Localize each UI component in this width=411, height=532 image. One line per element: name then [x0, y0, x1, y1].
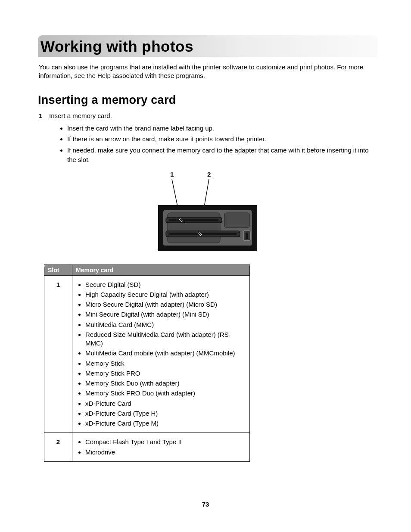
slot-diagram-svg: 1 2 — [158, 171, 257, 252]
list-item: Memory Stick Duo (with adapter) — [85, 379, 246, 388]
bullet-item: If needed, make sure you connect the mem… — [67, 146, 377, 165]
list-item: Mini Secure Digital (with adapter) (Mini… — [85, 310, 246, 319]
table-header-card: Memory card — [72, 264, 250, 275]
list-item: Compact Flash Type I and Type II — [85, 438, 246, 446]
list-item: Secure Digital (SD) — [85, 280, 246, 289]
slot-number: 2 — [44, 433, 72, 462]
table-row: 2 Compact Flash Type I and Type II Micro… — [44, 433, 250, 462]
bullet-item: Insert the card with the brand name labe… — [67, 124, 377, 133]
list-item: xD-Picture Card (Type M) — [85, 419, 246, 428]
steps-list: 1 Insert a memory card. Insert the card … — [38, 111, 377, 165]
step-number: 1 — [39, 111, 42, 120]
slot-cards: Secure Digital (SD) High Capacity Secure… — [72, 275, 250, 433]
section-heading: Inserting a memory card — [38, 93, 377, 107]
svg-rect-11 — [246, 233, 248, 239]
memory-card-table: Slot Memory card 1 Secure Digital (SD) H… — [44, 264, 250, 462]
step-1: 1 Insert a memory card. Insert the card … — [38, 111, 377, 165]
diagram-label-1: 1 — [170, 171, 174, 178]
page-number: 73 — [0, 501, 411, 508]
slot-diagram: 1 2 — [38, 171, 377, 254]
svg-rect-9 — [224, 213, 249, 227]
slot-cards: Compact Flash Type I and Type II Microdr… — [72, 433, 250, 462]
list-item: Microdrive — [85, 448, 246, 457]
list-item: xD-Picture Card (Type H) — [85, 409, 246, 418]
list-item: High Capacity Secure Digital (with adapt… — [85, 290, 246, 299]
list-item: MultiMedia Card mobile (with adapter) (M… — [85, 349, 246, 358]
list-item: MultiMedia Card (MMC) — [85, 320, 246, 329]
list-item: Memory Stick PRO — [85, 369, 246, 378]
svg-rect-6 — [169, 219, 218, 221]
table-header-row: Slot Memory card — [44, 264, 250, 275]
page-title: Working with photos — [40, 38, 373, 55]
svg-rect-8 — [169, 233, 237, 235]
table-header-slot: Slot — [44, 264, 72, 275]
intro-paragraph: You can also use the programs that are i… — [39, 63, 377, 81]
step-text: Insert a memory card. — [49, 112, 112, 119]
list-item: Micro Secure Digital (with adapter) (Mic… — [85, 300, 246, 309]
bullet-item: If there is an arrow on the card, make s… — [67, 134, 377, 144]
list-item: Memory Stick — [85, 359, 246, 368]
table-row: 1 Secure Digital (SD) High Capacity Secu… — [44, 275, 250, 433]
list-item: Memory Stick PRO Duo (with adapter) — [85, 389, 246, 398]
title-bar: Working with photos — [38, 35, 377, 57]
list-item: xD-Picture Card — [85, 399, 246, 408]
slot-number: 1 — [44, 275, 72, 433]
diagram-label-2: 2 — [207, 171, 211, 178]
step-1-bullets: Insert the card with the brand name labe… — [57, 124, 377, 165]
list-item: Reduced Size MultiMedia Card (with adapt… — [85, 330, 246, 348]
page: Working with photos You can also use the… — [0, 0, 411, 532]
